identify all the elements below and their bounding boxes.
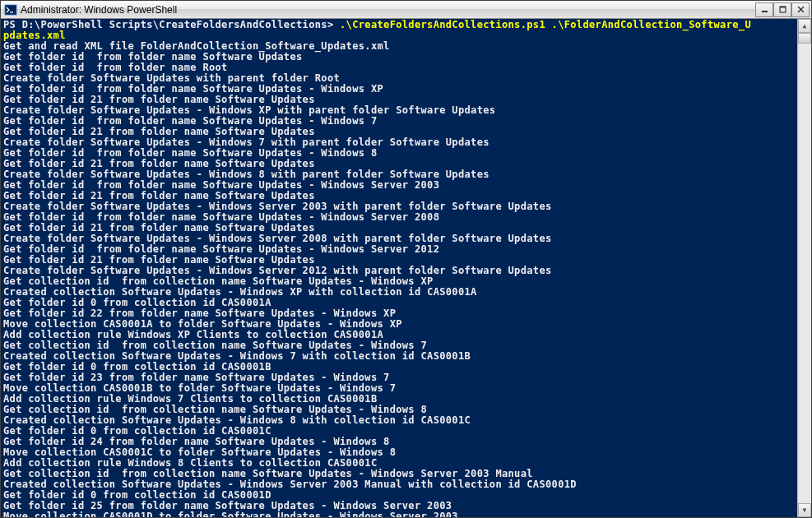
command-continuation: pdates.xml	[3, 30, 66, 41]
output-line: Get folder id 0 from collection id CAS00…	[3, 297, 271, 308]
output-line: Created collection Software Updates - Wi…	[3, 350, 471, 362]
scrollbar[interactable]: ▲ ▼	[797, 19, 811, 517]
close-button[interactable]	[791, 2, 810, 17]
output-line: Get folder id 0 from collection id CAS00…	[3, 489, 271, 501]
output-line: Get folder id 22 from folder name Softwa…	[3, 308, 396, 319]
output-line: Get collection id from collection name S…	[3, 404, 427, 415]
output-line: Create folder Software Updates - Windows…	[3, 265, 552, 276]
output-line: Get collection id from collection name S…	[3, 468, 533, 479]
output-line: Add collection rule Windows 8 Clients to…	[3, 457, 377, 469]
output-line: Get folder id from folder name Software …	[3, 179, 439, 191]
output-line: Get collection id from collection name S…	[3, 340, 427, 351]
titlebar[interactable]: Administrator: Windows PowerShell	[1, 1, 811, 19]
output-line: Get and read XML file FolderAndCollectio…	[3, 40, 390, 52]
output-line: Create folder Software Updates - Windows…	[3, 104, 495, 116]
powershell-icon	[4, 3, 17, 16]
output-line: Create folder Software Updates - Windows…	[3, 136, 490, 148]
output-line: Create folder Software Updates - Windows…	[3, 169, 490, 180]
output-line: Get folder id 21 from folder name Softwa…	[3, 254, 315, 266]
output-line: Get folder id 23 from folder name Softwa…	[3, 372, 390, 383]
output-line: Get folder id 25 from folder name Softwa…	[3, 500, 452, 511]
svg-rect-0	[5, 5, 16, 15]
output-line: Created collection Software Updates - Wi…	[3, 479, 577, 490]
output-line: Get folder id 0 from collection id CAS00…	[3, 425, 271, 437]
output-line: Get folder id 24 from folder name Softwa…	[3, 436, 390, 447]
window-controls	[755, 2, 810, 17]
command-text: .\CreateFoldersAndCollections.ps1 .\Fold…	[340, 19, 751, 30]
output-line: Get folder id 21 from folder name Softwa…	[3, 222, 315, 234]
output-line: Get folder id from folder name Root	[3, 62, 228, 73]
output-line: Get folder id from folder name Software …	[3, 51, 303, 62]
output-line: Get folder id 21 from folder name Softwa…	[3, 126, 315, 137]
output-line: Create folder Software Updates - Windows…	[3, 233, 552, 244]
output-line: Get folder id from folder name Software …	[3, 243, 439, 255]
powershell-window: Administrator: Windows PowerShell PS D:\…	[0, 0, 812, 518]
output-line: Get folder id 21 from folder name Softwa…	[3, 158, 315, 169]
output-line: Get folder id 21 from folder name Softwa…	[3, 94, 315, 105]
output-line: Get folder id from folder name Software …	[3, 83, 383, 95]
minimize-button[interactable]	[755, 2, 773, 17]
output-line: Get folder id from folder name Software …	[3, 211, 439, 223]
terminal-output[interactable]: PS D:\PowerShell Scripts\CreateFoldersAn…	[1, 19, 797, 517]
scroll-down-button[interactable]: ▼	[798, 503, 811, 517]
window-title: Administrator: Windows PowerShell	[21, 4, 755, 16]
output-line: Get folder id from folder name Software …	[3, 115, 377, 127]
output-line: Move collection CAS0001A to folder Softw…	[3, 318, 402, 330]
prompt: PS D:\PowerShell Scripts\CreateFoldersAn…	[3, 19, 340, 30]
scroll-up-button[interactable]: ▲	[798, 19, 811, 33]
output-line: Move collection CAS0001B to folder Softw…	[3, 382, 396, 394]
output-line: Add collection rule Windows XP Clients t…	[3, 329, 383, 340]
scroll-track[interactable]	[798, 33, 811, 503]
output-line: Get folder id 0 from collection id CAS00…	[3, 361, 271, 372]
terminal-area: PS D:\PowerShell Scripts\CreateFoldersAn…	[1, 19, 811, 517]
output-line: Move collection CAS0001C to folder Softw…	[3, 446, 396, 458]
output-line: Add collection rule Windows 7 Clients to…	[3, 393, 377, 405]
output-line: Get folder id 21 from folder name Softwa…	[3, 190, 315, 201]
output-line: Create folder Software Updates - Windows…	[3, 201, 552, 212]
scroll-thumb[interactable]	[798, 33, 811, 44]
maximize-button[interactable]	[773, 2, 791, 17]
output-line: Get folder id from folder name Software …	[3, 147, 377, 159]
output-line: Created collection Software Updates - Wi…	[3, 286, 477, 298]
output-line: Create folder Software Updates with pare…	[3, 72, 340, 84]
output-line: Move collection CAS0001D to folder Softw…	[3, 511, 458, 517]
output-line: Created collection Software Updates - Wi…	[3, 414, 471, 426]
output-line: Get collection id from collection name S…	[3, 275, 434, 287]
